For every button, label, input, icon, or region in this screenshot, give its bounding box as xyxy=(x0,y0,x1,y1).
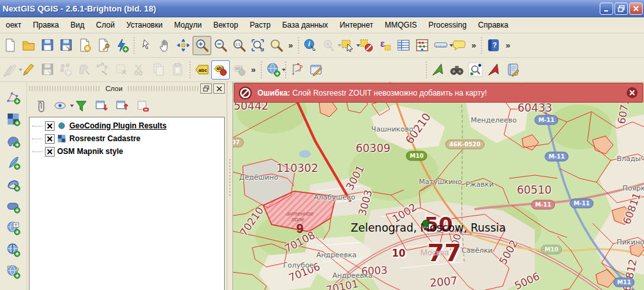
pan-map-button[interactable] xyxy=(155,36,174,55)
menu-vector[interactable]: Вектор xyxy=(207,19,244,31)
panel-drag-texture[interactable] xyxy=(128,86,199,91)
map-label-андреевка: Андреевка xyxy=(333,271,373,280)
help-button[interactable]: ? xyxy=(484,36,503,55)
notes-button[interactable] xyxy=(503,60,522,80)
menu-raster[interactable]: Растр xyxy=(244,19,276,31)
menu-bar: оектПравкаВидСлойУстановкиМодулиВекторРа… xyxy=(0,17,644,33)
map-canvas[interactable]: 5044260433602106071603091103023001300310… xyxy=(233,82,644,290)
quick-add-layer-button[interactable] xyxy=(112,36,131,55)
search-places-button[interactable] xyxy=(448,60,466,80)
remove-layer-button[interactable] xyxy=(132,96,153,115)
add-spatialite-layer-button[interactable] xyxy=(4,153,22,172)
form-editor-button[interactable] xyxy=(307,60,326,80)
add-feature-button xyxy=(57,60,75,80)
zoom-native-button[interactable]: 1:1 xyxy=(230,36,248,55)
pin-labels-button[interactable]: ab xyxy=(211,60,230,80)
add-group-button[interactable] xyxy=(30,96,50,115)
menu-help[interactable]: Справка xyxy=(473,19,514,31)
close-button[interactable] xyxy=(629,3,643,15)
bearing-tool-button[interactable] xyxy=(485,60,503,80)
map-label-алабушево: Алабушево xyxy=(314,193,356,201)
add-raster-layer-button[interactable] xyxy=(4,109,22,128)
menu-mmqgis[interactable]: MMQGIS xyxy=(379,19,422,31)
road-badge-m-11: M-11 xyxy=(534,115,558,125)
panel-float-button[interactable] xyxy=(200,83,212,94)
field-calculator-button[interactable] xyxy=(413,36,431,55)
collapse-all-button[interactable] xyxy=(112,96,132,115)
feature-action-button xyxy=(320,36,338,55)
web-services-button[interactable] xyxy=(264,60,283,80)
identify-button[interactable]: i xyxy=(301,36,320,55)
select-features-button[interactable] xyxy=(338,36,357,55)
map-label-андреевка: Андреевка xyxy=(317,251,357,259)
map-labels: 5044260433602106071603091103023001300310… xyxy=(233,82,644,290)
new-project-button[interactable] xyxy=(1,36,19,55)
menu-settings[interactable]: Установки xyxy=(121,19,168,31)
osm-place-search-button[interactable] xyxy=(466,60,485,80)
panel-drag-texture[interactable] xyxy=(29,86,100,91)
expand-all-button[interactable] xyxy=(91,96,112,115)
restore-button[interactable] xyxy=(614,3,628,15)
map-label-поярково: Поярково xyxy=(622,184,644,192)
error-close-button[interactable] xyxy=(627,87,638,98)
panel-map-splitter[interactable] xyxy=(227,82,233,290)
cut-features-button xyxy=(131,60,150,80)
select-by-expression-button[interactable]: ε xyxy=(376,36,394,55)
map-label-10: 10 xyxy=(392,248,406,259)
deselect-button[interactable] xyxy=(357,36,376,55)
attribute-table-button[interactable] xyxy=(394,36,413,55)
menu-processing[interactable]: Processing xyxy=(422,19,472,31)
manage-visibility-button[interactable] xyxy=(50,96,71,115)
azimuth-tool-button[interactable] xyxy=(429,60,448,80)
menu-layer[interactable]: Слой xyxy=(91,19,121,31)
panel-close-button[interactable] xyxy=(213,83,225,94)
labeling-button[interactable]: abc xyxy=(193,60,211,80)
composer-manager-button[interactable] xyxy=(94,36,112,55)
error-prefix: Ошибка: xyxy=(257,89,290,98)
zoom-last-button[interactable] xyxy=(267,36,286,55)
zoom-out-button[interactable] xyxy=(211,36,230,55)
menu-plugins[interactable]: Модули xyxy=(168,19,207,31)
add-oracle-layer-button[interactable] xyxy=(4,196,22,216)
add-mssql-layer-button[interactable] xyxy=(4,175,22,194)
toolbar-separator xyxy=(296,37,300,54)
toolbar-overflow-button[interactable]: » xyxy=(286,40,295,50)
touch-zoom-button[interactable] xyxy=(137,36,155,55)
map-label-110302: 110302 xyxy=(277,162,318,175)
pan-to-selection-button[interactable] xyxy=(174,36,193,55)
toolbar-overflow-button[interactable]: » xyxy=(503,40,512,50)
save-project-button[interactable] xyxy=(38,36,57,55)
layer-visibility-checkbox[interactable] xyxy=(45,121,55,131)
new-composer-button[interactable] xyxy=(75,36,94,55)
save-project-as-button[interactable] xyxy=(57,36,75,55)
open-project-button[interactable] xyxy=(19,36,38,55)
menu-edit[interactable]: Правка xyxy=(27,19,65,31)
toolbar-overflow-button[interactable]: » xyxy=(469,40,478,50)
layer-type-icon xyxy=(57,121,66,130)
layer-row-geocoding-plugin-results[interactable]: GeoCoding Plugin Results xyxy=(30,119,224,132)
add-wms-layer-button[interactable]: T xyxy=(4,218,22,237)
map-tips-button[interactable] xyxy=(450,36,469,55)
measure-button[interactable] xyxy=(431,36,450,55)
minimize-button[interactable] xyxy=(600,3,613,15)
menu-internet[interactable]: Интернет xyxy=(334,19,379,31)
toolbar-overflow-button[interactable]: » xyxy=(248,65,258,74)
zoom-full-button[interactable] xyxy=(248,36,267,55)
add-postgis-layer-button[interactable] xyxy=(4,131,22,150)
filter-legend-button[interactable] xyxy=(71,96,91,115)
add-vector-layer-button[interactable] xyxy=(4,87,22,107)
geometry-checker-button[interactable] xyxy=(288,60,307,80)
menu-project[interactable]: оект xyxy=(0,19,27,31)
layer-row-rosreestr-cadastre[interactable]: Rosreestr Cadastre xyxy=(30,132,224,145)
toggle-editing-button[interactable] xyxy=(19,60,38,80)
menu-view[interactable]: Вид xyxy=(65,19,91,31)
node-tool-button xyxy=(94,60,112,80)
menu-database[interactable]: База данных xyxy=(276,19,333,31)
add-wcs-layer-button[interactable] xyxy=(4,240,22,259)
zoom-in-button[interactable] xyxy=(193,36,211,55)
layer-visibility-checkbox[interactable] xyxy=(45,134,55,144)
dropdown-arrow-icon[interactable] xyxy=(282,69,286,71)
layer-visibility-checkbox[interactable] xyxy=(45,147,55,157)
add-wfs-layer-button[interactable] xyxy=(4,262,22,281)
layer-row-osm-mapnik-style[interactable]: OSM Mapnik style xyxy=(30,145,224,158)
